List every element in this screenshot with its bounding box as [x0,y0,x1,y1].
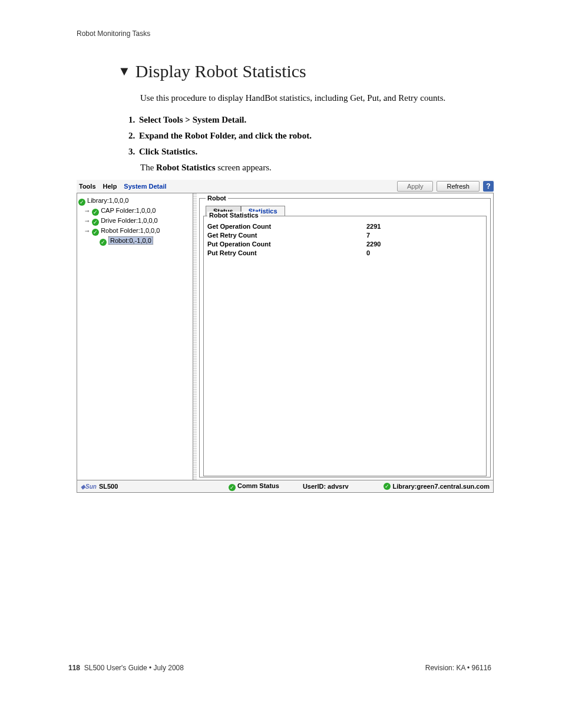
stat-label: Put Retry Count [207,249,366,258]
check-icon: ✓ [92,219,99,226]
check-icon: ✓ [92,229,99,236]
stat-label: Get Operation Count [207,222,366,231]
tree-node-library[interactable]: ✓ Library:1,0,0,0 [78,196,191,206]
check-icon: ✓ [229,484,236,491]
robot-groupbox: Robot Status Statistics Robot Statistics… [199,198,491,477]
step-result: The Robot Statistics screen appears. [140,163,494,173]
expand-icon[interactable]: ⊸ [84,218,90,226]
section-title: ▼Display Robot Statistics [118,61,494,81]
result-bold: Robot Statistics [156,163,215,172]
step-text: Click Statistics. [139,147,197,156]
footer-book: SL500 User's Guide • July 2008 [84,664,184,672]
result-prefix: The [140,163,156,172]
tree-node-cap[interactable]: ⊸ ✓ CAP Folder:1,0,0,0 [78,206,191,216]
expand-icon[interactable]: ⊸ [84,207,90,216]
check-icon: ✓ [384,483,391,490]
stat-value: 7 [366,231,381,240]
triangle-down-icon: ▼ [118,64,131,78]
check-icon: ✓ [100,239,107,246]
tree-label: Robot:0,-1,0,0 [108,236,153,245]
library-host: Library:green7.central.sun.com [393,483,490,490]
statistics-groupbox: Robot Statistics Get Operation Count Get… [203,216,487,476]
step-number: 1. [128,115,139,125]
menu-help[interactable]: Help [103,183,117,190]
tree-label: Robot Folder:1,0,0,0 [101,227,160,234]
comm-status: Comm Status [237,482,279,489]
refresh-button[interactable]: Refresh [437,181,480,192]
stat-value: 2291 [366,222,381,231]
step-text: Expand the Robot Folder, and click the r… [139,131,312,140]
user-id: UserID: advsrv [303,483,349,490]
tree-panel: ✓ Library:1,0,0,0 ⊸ ✓ CAP Folder:1,0,0,0… [77,193,193,480]
tree-node-robot-folder[interactable]: ⊸ ✓ Robot Folder:1,0,0,0 [78,226,191,236]
inner-group-title: Robot Statistics [207,212,260,219]
running-header: Robot Monitoring Tasks [77,29,494,38]
groupbox-title: Robot [206,195,228,202]
result-suffix: screen appears. [216,163,272,172]
page-number: 118 [68,664,80,672]
check-icon: ✓ [92,209,99,216]
footer-revision: Revision: KA • 96116 [425,664,491,672]
stat-value: 2290 [366,240,381,249]
status-bar: ◆Sun SL500 ✓ Comm Status UserID: advsrv … [77,480,494,493]
app-window: Tools Help System Detail Apply Refresh ?… [77,180,494,493]
sun-logo-icon: ◆Sun [81,483,97,490]
section-intro: Use this procedure to display HandBot st… [140,92,494,104]
tree-label: Library:1,0,0,0 [87,197,128,204]
procedure-steps: 1.Select Tools > System Detail. 2.Expand… [128,115,494,157]
page-footer: 118 SL500 User's Guide • July 2008 Revis… [68,664,491,672]
stat-value: 0 [366,249,381,258]
tree-label: Drive Folder:1,0,0,0 [101,217,158,224]
section-title-text: Display Robot Statistics [135,61,306,81]
main-panel: Robot Status Statistics Robot Statistics… [197,193,493,480]
step-number: 2. [128,131,139,141]
apply-button[interactable]: Apply [397,181,434,192]
menu-tools[interactable]: Tools [79,183,96,190]
stat-label: Put Operation Count [207,240,366,249]
menu-system-detail[interactable]: System Detail [124,183,166,190]
collapse-icon[interactable]: ⊸ [84,228,90,236]
tree-label: CAP Folder:1,0,0,0 [101,207,156,214]
tree-node-drive[interactable]: ⊸ ✓ Drive Folder:1,0,0,0 [78,216,191,226]
help-button[interactable]: ? [483,181,494,192]
stat-label: Get Retry Count [207,231,366,240]
tree-node-robot[interactable]: ✓ Robot:0,-1,0,0 [78,236,191,246]
step-text: Select Tools > System Detail. [139,115,246,124]
check-icon: ✓ [78,199,85,206]
product-label: SL500 [99,483,118,490]
step-number: 3. [128,147,139,157]
menu-bar: Tools Help System Detail Apply Refresh ? [77,180,494,193]
